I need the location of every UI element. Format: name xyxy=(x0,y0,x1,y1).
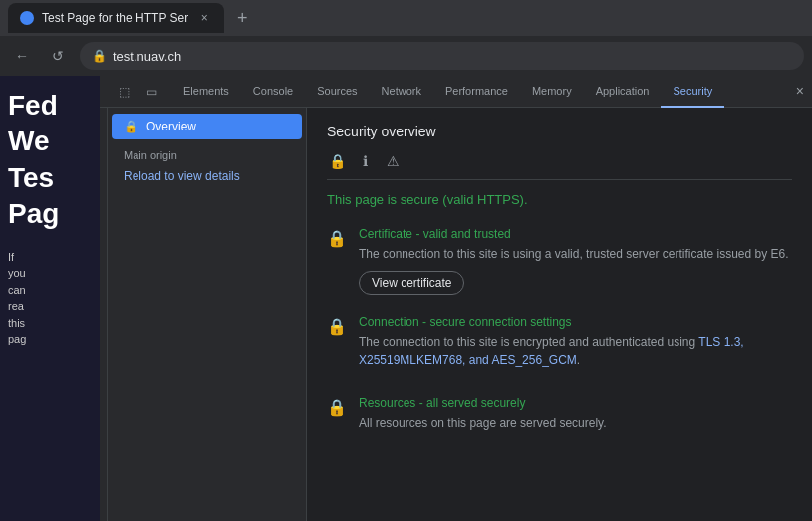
url-text: test.nuav.ch xyxy=(113,49,181,64)
resources-description: All resources on this page are served se… xyxy=(359,414,792,432)
connection-label: Connection xyxy=(359,315,419,329)
tab-console[interactable]: Console xyxy=(241,76,305,108)
tab-performance[interactable]: Performance xyxy=(433,76,520,108)
certificate-description: The connection to this site is using a v… xyxy=(359,245,792,263)
address-bar: ← ↺ 🔒 test.nuav.ch xyxy=(0,36,812,76)
tab-memory[interactable]: Memory xyxy=(520,76,584,108)
scroll-indicator xyxy=(100,108,108,521)
tab-application[interactable]: Application xyxy=(584,76,662,108)
connection-description: The connection to this site is encrypted… xyxy=(359,333,792,369)
back-button[interactable]: ← xyxy=(8,42,36,70)
connection-title: Connection - secure connection settings xyxy=(359,315,792,329)
security-panel-title: Security overview xyxy=(327,124,792,139)
secure-status-icon[interactable]: 🔒 xyxy=(327,151,347,171)
certificate-content: Certificate - valid and trusted The conn… xyxy=(359,227,792,295)
lock-icon: 🔒 xyxy=(124,120,138,133)
tab-sources[interactable]: Sources xyxy=(305,76,369,108)
tab-close-button[interactable]: × xyxy=(196,10,212,26)
url-bar[interactable]: 🔒 test.nuav.ch xyxy=(80,42,804,70)
secure-page-message: This page is secure (valid HTTPS). xyxy=(327,192,792,207)
tab-network[interactable]: Network xyxy=(370,76,433,108)
connection-lock-icon: 🔒 xyxy=(327,317,347,377)
page-subtext: If you can rea this pag xyxy=(0,245,100,352)
resources-lock-icon: 🔒 xyxy=(327,398,347,440)
status-icons-row: 🔒 ℹ ⚠ xyxy=(327,151,792,171)
resources-dash: - xyxy=(419,396,426,410)
sidebar-overview-label: Overview xyxy=(146,120,196,133)
devtools-close-button[interactable]: × xyxy=(788,76,812,108)
connection-content: Connection - secure connection settings … xyxy=(359,315,792,377)
resources-content: Resources - all served securely All reso… xyxy=(359,396,792,440)
warning-status-icon[interactable]: ⚠ xyxy=(383,151,403,171)
browser-titlebar: Test Page for the HTTP Ser × + xyxy=(0,0,812,36)
browser-tab[interactable]: Test Page for the HTTP Ser × xyxy=(8,3,224,33)
secure-lock-icon: 🔒 xyxy=(92,49,107,63)
page-line-1: Fed xyxy=(8,88,92,124)
page-line-2: We xyxy=(8,124,92,159)
page-heading: Fed We Tes Pag xyxy=(0,76,100,245)
devtools-body: 🔒 Overview Main origin Reload to view de… xyxy=(100,108,812,521)
connection-status: secure connection settings xyxy=(429,315,571,329)
tab-area: Test Page for the HTTP Ser × + xyxy=(8,3,804,33)
connection-section: 🔒 Connection - secure connection setting… xyxy=(327,315,792,377)
view-certificate-button[interactable]: View certificate xyxy=(359,271,464,295)
sidebar-main-origin-label: Main origin xyxy=(108,141,306,165)
certificate-title: Certificate - valid and trusted xyxy=(359,227,792,241)
resources-status: all served securely xyxy=(426,396,525,410)
resources-label: Resources xyxy=(359,396,415,410)
webpage-background: Fed We Tes Pag If you can rea this pag xyxy=(0,76,100,521)
certificate-lock-icon: 🔒 xyxy=(327,229,347,295)
devtools-icon-area: ⬚ ▭ xyxy=(104,80,171,104)
tab-elements[interactable]: Elements xyxy=(171,76,241,108)
devtools-pointer-icon[interactable]: ⬚ xyxy=(112,80,135,104)
page-line-3: Tes xyxy=(8,160,92,196)
security-main-panel: Security overview 🔒 ℹ ⚠ This page is sec… xyxy=(307,108,812,521)
devtools-tab-bar: ⬚ ▭ Elements Console Sources Network Per… xyxy=(100,76,812,108)
certificate-status: valid and trusted xyxy=(423,227,511,241)
certificate-label: Certificate xyxy=(359,227,412,241)
info-status-icon[interactable]: ℹ xyxy=(355,151,375,171)
sidebar-item-overview[interactable]: 🔒 Overview xyxy=(112,114,302,139)
reload-button[interactable]: ↺ xyxy=(44,42,72,70)
new-tab-button[interactable]: + xyxy=(228,4,256,32)
tab-favicon xyxy=(20,11,34,25)
certificate-section: 🔒 Certificate - valid and trusted The co… xyxy=(327,227,792,295)
sidebar-reload-link[interactable]: Reload to view details xyxy=(108,165,306,187)
certificate-dash: - xyxy=(415,227,422,241)
devtools-device-icon[interactable]: ▭ xyxy=(139,80,163,104)
page-line-4: Pag xyxy=(8,196,92,232)
resources-title: Resources - all served securely xyxy=(359,396,792,410)
tab-security[interactable]: Security xyxy=(661,76,724,108)
tab-title: Test Page for the HTTP Ser xyxy=(42,11,188,25)
status-divider xyxy=(327,179,792,180)
tls-highlight: TLS 1.3, X25519MLKEM768, and AES_256_GCM xyxy=(359,335,744,367)
security-sidebar: 🔒 Overview Main origin Reload to view de… xyxy=(108,108,307,521)
resources-section: 🔒 Resources - all served securely All re… xyxy=(327,396,792,440)
